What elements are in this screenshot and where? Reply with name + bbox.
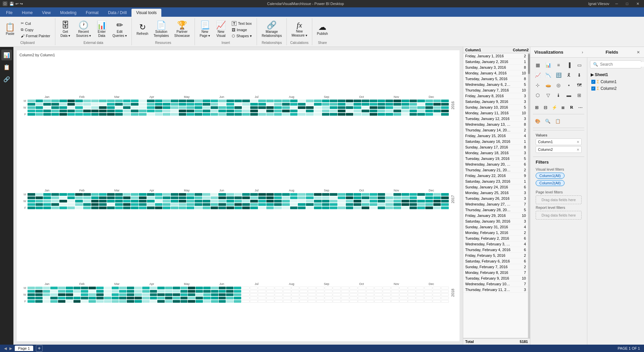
page-1-tab[interactable]: Page 1 xyxy=(15,346,33,351)
table-row[interactable]: Monday, January 4, 201610 xyxy=(463,70,528,76)
day-cell[interactable] xyxy=(433,106,441,109)
day-cell[interactable] xyxy=(179,200,186,202)
day-cell[interactable] xyxy=(258,103,266,106)
day-cell[interactable] xyxy=(96,300,104,303)
day-cell[interactable] xyxy=(218,106,226,109)
day-cell[interactable] xyxy=(408,293,416,296)
table-row[interactable]: Thursday, February 4, 20166 xyxy=(463,247,528,253)
day-cell[interactable] xyxy=(112,300,119,303)
day-cell[interactable] xyxy=(163,207,170,209)
day-cell[interactable] xyxy=(258,207,266,209)
day-cell[interactable] xyxy=(155,103,163,106)
day-cell[interactable] xyxy=(99,103,107,106)
table-row[interactable]: Wednesday, February 3, 20164 xyxy=(463,241,528,247)
day-cell[interactable] xyxy=(417,100,425,102)
day-cell[interactable] xyxy=(131,106,139,109)
day-cell[interactable] xyxy=(203,103,210,106)
day-cell[interactable] xyxy=(179,100,186,102)
day-cell[interactable] xyxy=(385,113,393,116)
day-cell[interactable] xyxy=(147,113,155,116)
day-cell[interactable] xyxy=(58,293,65,296)
day-cell[interactable] xyxy=(171,196,178,199)
viz-gauge[interactable]: 🌡 xyxy=(554,91,563,100)
day-cell[interactable] xyxy=(195,106,202,109)
day-cell[interactable] xyxy=(322,103,330,106)
day-cell[interactable] xyxy=(408,297,416,299)
table-row[interactable]: Wednesday, January 6, 20165 xyxy=(463,82,528,87)
day-cell[interactable] xyxy=(99,207,107,209)
day-cell[interactable] xyxy=(385,196,393,199)
day-cell[interactable] xyxy=(290,196,298,199)
day-cell[interactable] xyxy=(67,113,75,116)
day-cell[interactable] xyxy=(179,196,186,199)
day-cell[interactable] xyxy=(283,297,291,299)
day-cell[interactable] xyxy=(393,193,401,196)
nav-prev[interactable]: ◀ xyxy=(4,346,7,351)
day-cell[interactable] xyxy=(433,207,441,209)
day-cell[interactable] xyxy=(290,113,298,116)
table-row[interactable]: Wednesday, February 10, 2...7 xyxy=(463,281,528,287)
day-cell[interactable] xyxy=(370,103,377,106)
day-cell[interactable] xyxy=(306,200,314,202)
day-cell[interactable] xyxy=(266,193,274,196)
day-cell[interactable] xyxy=(67,100,75,102)
day-cell[interactable] xyxy=(282,100,290,102)
day-cell[interactable] xyxy=(354,196,361,199)
day-cell[interactable] xyxy=(119,300,126,303)
day-cell[interactable] xyxy=(274,103,282,106)
day-cell[interactable] xyxy=(362,207,369,209)
day-cell[interactable] xyxy=(226,200,234,202)
day-cell[interactable] xyxy=(330,103,337,106)
day-cell[interactable] xyxy=(325,287,333,289)
viz-multi-card[interactable]: ⊞ xyxy=(575,91,584,100)
day-cell[interactable] xyxy=(123,113,131,116)
day-cell[interactable] xyxy=(399,293,408,296)
day-cell[interactable] xyxy=(333,297,341,299)
day-cell[interactable] xyxy=(291,287,300,289)
day-cell[interactable] xyxy=(330,110,337,112)
day-cell[interactable] xyxy=(282,207,290,209)
day-cell[interactable] xyxy=(36,113,43,116)
day-cell[interactable] xyxy=(36,207,43,209)
day-cell[interactable] xyxy=(366,290,374,293)
day-cell[interactable] xyxy=(218,193,226,196)
day-cell[interactable] xyxy=(391,287,399,289)
day-cell[interactable] xyxy=(28,196,35,199)
day-cell[interactable] xyxy=(163,193,170,196)
day-cell[interactable] xyxy=(275,300,283,303)
day-cell[interactable] xyxy=(218,100,226,102)
day-cell[interactable] xyxy=(346,200,354,202)
day-cell[interactable] xyxy=(195,196,202,199)
day-cell[interactable] xyxy=(234,196,242,199)
day-cell[interactable] xyxy=(35,287,43,289)
day-cell[interactable] xyxy=(410,110,417,112)
day-cell[interactable] xyxy=(385,193,393,196)
day-cell[interactable] xyxy=(186,203,194,206)
day-cell[interactable] xyxy=(171,106,178,109)
day-cell[interactable] xyxy=(50,297,58,299)
day-cell[interactable] xyxy=(131,113,139,116)
day-cell[interactable] xyxy=(203,113,210,116)
fields-item-col1[interactable]: ✓ Σ Column1 xyxy=(590,78,641,85)
day-cell[interactable] xyxy=(180,290,188,293)
day-cell[interactable] xyxy=(226,110,234,112)
day-cell[interactable] xyxy=(186,103,194,106)
day-cell[interactable] xyxy=(291,300,300,303)
day-cell[interactable] xyxy=(338,103,345,106)
fields-search-input[interactable] xyxy=(600,62,644,67)
day-cell[interactable] xyxy=(211,200,218,202)
day-cell[interactable] xyxy=(35,297,43,299)
day-cell[interactable] xyxy=(362,106,369,109)
day-cell[interactable] xyxy=(66,297,73,299)
table-row[interactable]: Wednesday, January 20, 20166 xyxy=(463,162,528,167)
day-cell[interactable] xyxy=(346,203,354,206)
day-cell[interactable] xyxy=(43,203,51,206)
day-cell[interactable] xyxy=(226,196,234,199)
cut-button[interactable]: ✂ Cut xyxy=(19,20,52,26)
day-cell[interactable] xyxy=(173,300,180,303)
day-cell[interactable] xyxy=(308,290,316,293)
day-cell[interactable] xyxy=(171,203,178,206)
day-cell[interactable] xyxy=(51,106,59,109)
sheet1-header[interactable]: ▶ Sheet1 xyxy=(590,71,641,78)
day-cell[interactable] xyxy=(354,110,361,112)
